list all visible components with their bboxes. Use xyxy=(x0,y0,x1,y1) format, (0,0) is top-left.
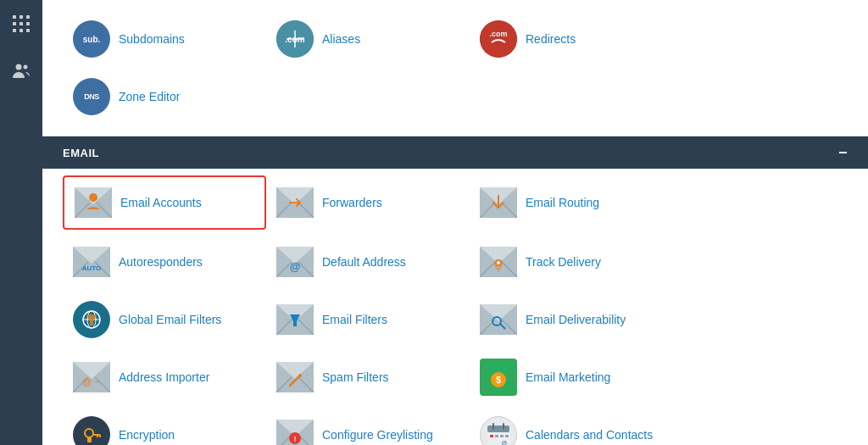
track-delivery-item[interactable]: Track Delivery xyxy=(470,236,673,287)
email-filters-label: Email Filters xyxy=(322,313,387,326)
svg-text:@: @ xyxy=(502,440,508,445)
svg-text:@: @ xyxy=(290,260,301,273)
svg-text:@→: @→ xyxy=(82,376,101,387)
calendars-and-contacts-item[interactable]: @ Calendars and Contacts xyxy=(470,409,673,445)
global-email-filters-item[interactable]: Global Email Filters xyxy=(63,294,266,345)
svg-point-10 xyxy=(24,65,28,70)
svg-rect-4 xyxy=(19,22,23,25)
forwarders-icon xyxy=(276,184,314,221)
svg-rect-8 xyxy=(26,29,30,32)
svg-text:!: ! xyxy=(294,435,297,443)
encryption-label: Encryption xyxy=(119,428,175,442)
subdomains-label: Subdomains xyxy=(119,32,185,46)
address-importer-icon: @→ xyxy=(73,359,110,396)
svg-point-9 xyxy=(16,64,22,70)
email-deliverability-item[interactable]: Email Deliverability xyxy=(470,294,673,345)
svg-rect-86 xyxy=(487,426,509,432)
email-section-header: EMAIL − xyxy=(42,136,868,169)
svg-text:$: $ xyxy=(496,375,501,385)
spam-filters-item[interactable]: Spam Filters xyxy=(266,352,470,403)
svg-rect-3 xyxy=(13,22,16,25)
svg-rect-5 xyxy=(26,22,30,25)
svg-rect-1 xyxy=(19,15,23,19)
configure-greylisting-icon: ! xyxy=(276,416,314,445)
default-address-label: Default Address xyxy=(322,255,406,269)
email-section: Email Accounts Forwarders xyxy=(42,169,868,445)
collapse-button[interactable]: − xyxy=(838,145,848,160)
svg-rect-89 xyxy=(490,435,493,437)
redirects-item[interactable]: .com Redirects xyxy=(470,14,673,64)
svg-rect-2 xyxy=(26,15,30,19)
autoresponders-label: Autoresponders xyxy=(119,255,203,269)
zone-editor-label: Zone Editor xyxy=(119,90,180,103)
configure-greylisting-item[interactable]: ! Configure Greylisting xyxy=(266,409,470,445)
svg-rect-90 xyxy=(495,435,498,437)
email-filters-icon xyxy=(276,301,314,338)
forwarders-label: Forwarders xyxy=(322,196,382,209)
autoresponders-item[interactable]: AUTO Autoresponders xyxy=(63,236,266,287)
global-email-filters-label: Global Email Filters xyxy=(119,313,221,326)
track-delivery-label: Track Delivery xyxy=(526,255,601,269)
svg-rect-91 xyxy=(500,435,504,437)
track-delivery-icon xyxy=(480,243,517,281)
svg-rect-75 xyxy=(87,437,92,442)
svg-point-69 xyxy=(298,374,302,377)
email-routing-icon xyxy=(480,184,517,221)
encryption-icon xyxy=(73,416,110,445)
default-address-item[interactable]: @ Default Address xyxy=(266,236,470,287)
aliases-icon: .com xyxy=(276,20,314,58)
address-importer-item[interactable]: @→ Address Importer xyxy=(63,352,266,403)
email-filters-item[interactable]: Email Filters xyxy=(266,294,470,345)
svg-point-74 xyxy=(85,429,93,437)
sidebar xyxy=(0,0,42,445)
email-marketing-item[interactable]: $ Email Marketing xyxy=(470,352,673,403)
default-address-icon: @ xyxy=(276,243,314,281)
email-marketing-icon: $ xyxy=(480,359,517,396)
svg-point-45 xyxy=(497,261,500,264)
users-icon[interactable] xyxy=(6,56,36,86)
email-items-grid: Email Accounts Forwarders xyxy=(63,175,848,445)
aliases-item[interactable]: .com Aliases xyxy=(266,14,470,64)
svg-rect-0 xyxy=(13,15,16,19)
svg-rect-92 xyxy=(505,435,509,437)
domain-section: sub. Subdomains .com Aliases xyxy=(42,0,868,136)
email-deliverability-label: Email Deliverability xyxy=(526,313,626,326)
email-section-title: EMAIL xyxy=(63,147,99,159)
calendars-and-contacts-icon: @ xyxy=(480,416,517,445)
main-content: sub. Subdomains .com Aliases xyxy=(42,0,868,445)
redirects-label: Redirects xyxy=(526,32,576,46)
svg-rect-7 xyxy=(19,29,23,32)
subdomains-icon: sub. xyxy=(73,20,110,58)
email-routing-item[interactable]: Email Routing xyxy=(470,175,673,230)
grid-icon[interactable] xyxy=(6,8,36,39)
forwarders-item[interactable]: Forwarders xyxy=(266,175,470,230)
domain-items-grid: sub. Subdomains .com Aliases xyxy=(63,14,848,122)
email-accounts-icon xyxy=(75,184,112,221)
autoresponders-icon: AUTO xyxy=(73,243,110,281)
spam-filters-label: Spam Filters xyxy=(322,370,389,384)
redirects-icon: .com xyxy=(480,20,517,58)
email-routing-label: Email Routing xyxy=(526,196,599,209)
spam-filters-icon xyxy=(276,359,314,396)
global-email-filters-icon xyxy=(73,301,110,338)
email-accounts-label: Email Accounts xyxy=(120,196,202,209)
address-importer-label: Address Importer xyxy=(119,370,209,384)
svg-point-21 xyxy=(89,193,97,202)
email-accounts-item[interactable]: Email Accounts xyxy=(63,175,266,230)
encryption-item[interactable]: Encryption xyxy=(63,409,266,445)
calendars-and-contacts-label: Calendars and Contacts xyxy=(526,428,653,442)
zone-editor-icon: DNS xyxy=(73,78,110,115)
svg-rect-6 xyxy=(13,29,16,32)
email-marketing-label: Email Marketing xyxy=(526,370,610,384)
subdomains-item[interactable]: sub. Subdomains xyxy=(63,14,266,64)
svg-text:.com: .com xyxy=(489,30,507,38)
zone-editor-item[interactable]: DNS Zone Editor xyxy=(63,71,266,122)
svg-text:AUTO: AUTO xyxy=(82,264,102,272)
configure-greylisting-label: Configure Greylisting xyxy=(322,428,433,442)
email-deliverability-icon xyxy=(480,301,517,338)
aliases-label: Aliases xyxy=(322,32,360,46)
